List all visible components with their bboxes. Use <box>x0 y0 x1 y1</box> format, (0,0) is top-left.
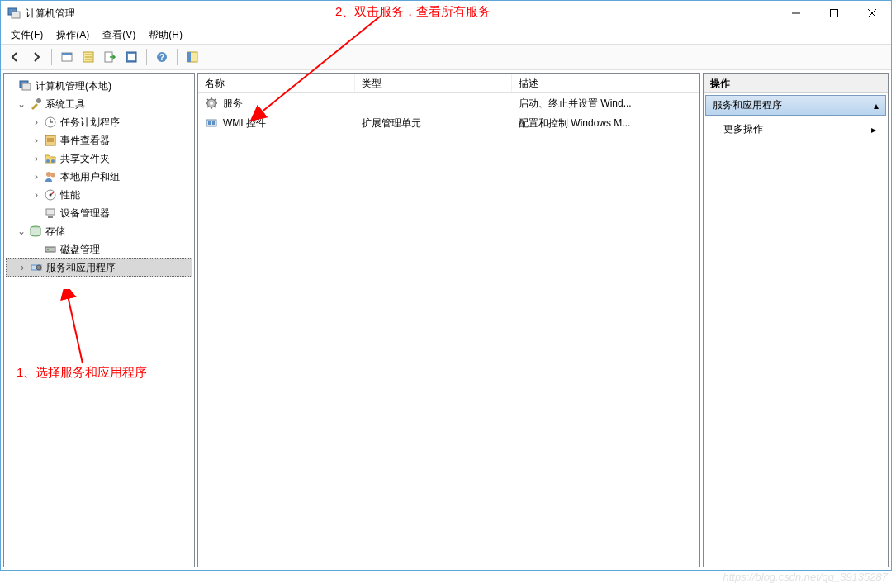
app-icon <box>7 7 21 20</box>
close-button[interactable] <box>853 1 891 26</box>
expand-icon[interactable]: › <box>31 153 42 164</box>
svg-point-28 <box>46 159 50 163</box>
col-desc[interactable]: 描述 <box>512 74 699 92</box>
no-expand <box>31 244 42 255</box>
svg-rect-45 <box>212 121 215 125</box>
tree-label: 事件查看器 <box>60 134 110 148</box>
actions-section[interactable]: 服务和应用程序 ▴ <box>705 95 886 116</box>
forward-button[interactable] <box>27 48 45 66</box>
svg-point-33 <box>50 194 52 197</box>
tree-performance[interactable]: › 性能 <box>6 186 192 204</box>
menu-view[interactable]: 查看(V) <box>96 26 142 44</box>
help-button[interactable]: ? <box>153 48 171 66</box>
tree-label: 存储 <box>45 225 65 239</box>
menu-file[interactable]: 文件(F) <box>4 26 50 44</box>
svg-rect-18 <box>187 52 191 62</box>
svg-point-42 <box>210 102 213 105</box>
content-area: 计算机管理(本地) ⌄ 系统工具 › 任务计划程序 › 事件查看器 <box>1 70 891 570</box>
svg-rect-44 <box>208 121 211 125</box>
collapse-triangle-icon: ▴ <box>874 100 879 111</box>
storage-icon <box>29 225 42 238</box>
folder-share-icon <box>44 152 57 165</box>
svg-rect-1 <box>12 12 20 18</box>
users-icon <box>44 170 57 183</box>
chevron-right-icon: ▸ <box>871 124 876 135</box>
tree-storage[interactable]: ⌄ 存储 <box>6 222 192 240</box>
menubar: 文件(F) 操作(A) 查看(V) 帮助(H) <box>1 26 891 44</box>
tree-root[interactable]: 计算机管理(本地) <box>6 77 192 95</box>
svg-rect-25 <box>45 135 55 145</box>
properties-button[interactable] <box>79 48 97 66</box>
device-icon <box>44 206 57 220</box>
tree-label: 计算机管理(本地) <box>36 79 111 93</box>
section-label: 服务和应用程序 <box>713 98 782 112</box>
expand-icon[interactable]: › <box>17 262 28 273</box>
svg-rect-14 <box>128 54 135 60</box>
col-type[interactable]: 类型 <box>355 74 512 92</box>
more-label: 更多操作 <box>723 122 763 136</box>
expand-icon[interactable]: › <box>31 116 42 128</box>
services-icon <box>30 261 43 274</box>
wmi-icon <box>205 116 218 130</box>
actions-panel: 操作 服务和应用程序 ▴ 更多操作 ▸ <box>703 73 889 567</box>
tree-label: 共享文件夹 <box>60 152 110 166</box>
separator <box>177 49 178 65</box>
minimize-button[interactable] <box>777 1 815 26</box>
svg-rect-43 <box>206 120 216 126</box>
watermark: https://blog.csdn.net/qq_39135287 <box>723 571 889 583</box>
tree-device-manager[interactable]: 设备管理器 <box>6 204 192 222</box>
expand-icon[interactable]: › <box>31 135 42 146</box>
main-window: 计算机管理 文件(F) 操作(A) 查看(V) 帮助(H) ? <box>0 0 892 571</box>
view-button[interactable] <box>183 48 201 66</box>
gear-icon <box>205 97 218 110</box>
window-controls <box>777 1 891 26</box>
tree-system-tools[interactable]: ⌄ 系统工具 <box>6 95 192 113</box>
svg-rect-35 <box>48 216 53 218</box>
svg-rect-37 <box>45 247 55 252</box>
svg-point-40 <box>36 265 41 270</box>
tree-label: 任务计划程序 <box>60 116 120 130</box>
tree-task-scheduler[interactable]: › 任务计划程序 <box>6 113 192 131</box>
actions-more[interactable]: 更多操作 ▸ <box>704 117 888 141</box>
up-button[interactable] <box>58 48 76 66</box>
col-name[interactable]: 名称 <box>198 74 355 92</box>
back-button[interactable] <box>6 48 24 66</box>
tree-label: 磁盘管理 <box>60 243 100 257</box>
tree-label: 系统工具 <box>45 97 85 111</box>
menu-action[interactable]: 操作(A) <box>50 26 96 44</box>
expand-icon[interactable]: › <box>31 189 42 201</box>
maximize-button[interactable] <box>815 1 853 26</box>
svg-point-38 <box>47 249 49 250</box>
svg-point-29 <box>51 159 55 163</box>
collapse-icon[interactable]: ⌄ <box>16 98 27 110</box>
cell-type: 扩展管理单元 <box>362 116 421 130</box>
performance-icon <box>44 188 57 202</box>
svg-rect-7 <box>62 53 72 55</box>
list-row-wmi[interactable]: WMI 控件 扩展管理单元 配置和控制 Windows M... <box>198 113 699 133</box>
tree-label: 本地用户和组 <box>60 170 120 184</box>
list-row-services[interactable]: 服务 启动、终止并设置 Wind... <box>198 93 699 113</box>
tree-event-viewer[interactable]: › 事件查看器 <box>6 131 192 149</box>
menu-help[interactable]: 帮助(H) <box>142 26 189 44</box>
svg-point-31 <box>51 173 55 178</box>
svg-point-30 <box>46 172 51 177</box>
tree-label: 服务和应用程序 <box>46 261 116 275</box>
toolbar: ? <box>1 44 891 70</box>
cell-desc: 启动、终止并设置 Wind... <box>519 97 632 111</box>
refresh-button[interactable] <box>122 48 140 66</box>
tree-services-apps[interactable]: › 服务和应用程序 <box>6 258 192 277</box>
clock-icon <box>44 116 57 129</box>
svg-rect-20 <box>22 83 31 90</box>
tree-local-users[interactable]: › 本地用户和组 <box>6 168 192 186</box>
tree-disk-management[interactable]: 磁盘管理 <box>6 240 192 258</box>
tree-shared-folders[interactable]: › 共享文件夹 <box>6 149 192 168</box>
export-button[interactable] <box>101 48 119 66</box>
collapse-icon[interactable]: ⌄ <box>16 225 27 237</box>
titlebar: 计算机管理 <box>1 1 891 26</box>
tree-label: 设备管理器 <box>60 206 110 220</box>
separator <box>51 49 52 65</box>
disk-icon <box>44 243 57 256</box>
separator <box>146 49 147 65</box>
expand-icon[interactable]: › <box>31 171 42 183</box>
navigation-tree: 计算机管理(本地) ⌄ 系统工具 › 任务计划程序 › 事件查看器 <box>4 74 194 280</box>
